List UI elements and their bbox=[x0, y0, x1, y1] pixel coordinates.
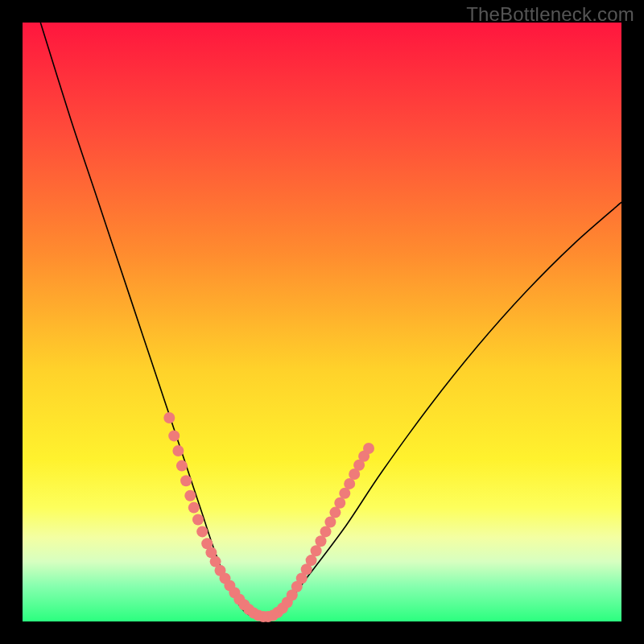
sample-dot bbox=[188, 502, 200, 514]
sample-dot bbox=[316, 535, 327, 547]
sample-dot bbox=[339, 488, 350, 499]
sample-dot bbox=[196, 526, 208, 537]
curve-svg bbox=[23, 23, 621, 621]
bottleneck-curve bbox=[40, 23, 621, 617]
sample-dot bbox=[172, 445, 184, 456]
sample-dot bbox=[180, 475, 192, 486]
sample-dot bbox=[184, 490, 196, 502]
sample-dot bbox=[306, 555, 317, 566]
sample-dot bbox=[344, 478, 355, 489]
sample-dot bbox=[324, 517, 336, 528]
sample-dot bbox=[320, 526, 332, 537]
sample-dots bbox=[163, 412, 374, 622]
sample-dot bbox=[363, 443, 374, 454]
sample-dot bbox=[334, 497, 345, 509]
sample-dot bbox=[168, 430, 180, 441]
plot-area bbox=[23, 23, 621, 621]
sample-dot bbox=[192, 514, 204, 526]
sample-dot bbox=[311, 545, 322, 556]
sample-dot bbox=[176, 460, 188, 472]
sample-dot bbox=[163, 412, 175, 423]
sample-dot bbox=[329, 507, 341, 518]
chart-frame: TheBottleneck.com bbox=[0, 0, 644, 644]
